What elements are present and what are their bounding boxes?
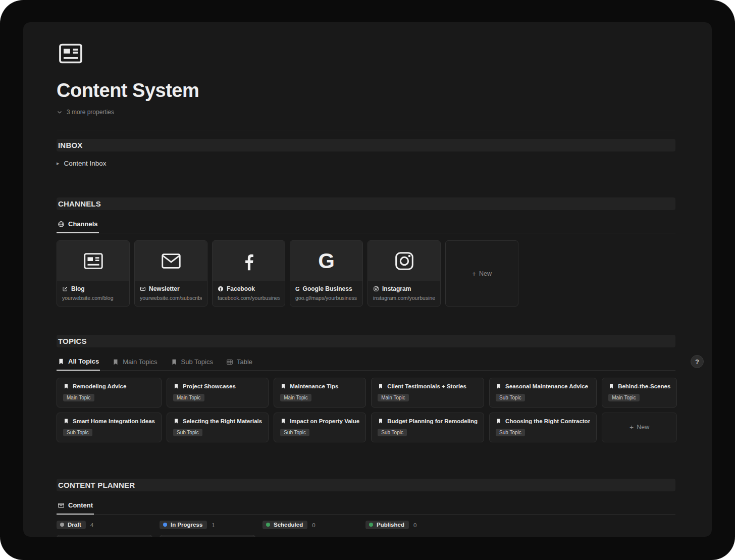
channels-gallery: Blog yourwebsite.com/blog (57, 240, 675, 307)
topic-card[interactable]: Selecting the Right Materials Sub Topic (167, 413, 269, 442)
channel-card-facebook[interactable]: Facebook facebook.com/yourbusiness (212, 240, 285, 307)
status-pill-published[interactable]: Published (365, 521, 409, 529)
topic-card[interactable]: Budget Planning for Remodeling Sub Topic (371, 413, 484, 442)
channels-section-header: CHANNELS (57, 197, 675, 210)
status-pill-scheduled[interactable]: Scheduled (262, 521, 307, 529)
column-count: 0 (312, 522, 315, 528)
page-icon-newspaper[interactable] (57, 39, 85, 68)
channel-url: instagram.com/yourbusiness (373, 295, 435, 301)
topic-card[interactable]: Maintenance Tips Main Topic (274, 378, 366, 408)
channel-name: Newsletter (149, 285, 180, 292)
bookmark-icon (171, 359, 178, 366)
status-pill-draft[interactable]: Draft (57, 521, 86, 529)
board-column-draft: Draft 4 Kitchen Makeover Reveal (57, 521, 152, 537)
planner-section-header: CONTENT PLANNER (57, 479, 675, 491)
instagram-icon (373, 286, 379, 292)
tab-table[interactable]: Table (225, 358, 253, 370)
topic-card[interactable]: Client Testimonials + Stories Main Topic (371, 378, 484, 408)
tab-channels[interactable]: Channels (57, 220, 99, 233)
status-dot (369, 523, 373, 527)
bookmark-icon (496, 418, 502, 424)
content-inbox-toggle[interactable]: ▸ Content Inbox (57, 158, 675, 169)
bookmark-icon (173, 418, 179, 424)
channel-name: Google Business (303, 285, 352, 292)
content-board: Draft 4 Kitchen Makeover Reveal (57, 521, 675, 537)
status-dot (60, 523, 64, 527)
tab-sub-topics[interactable]: Sub Topics (170, 358, 214, 370)
channel-card-blog[interactable]: Blog yourwebsite.com/blog (57, 240, 130, 307)
topic-card[interactable]: Remodeling Advice Main Topic (57, 378, 162, 408)
planner-card[interactable]: Choosing the Right Contractor Blog (160, 535, 255, 537)
channels-new-button[interactable]: + New (445, 240, 518, 307)
channel-card-instagram[interactable]: Instagram instagram.com/yourbusiness (368, 240, 441, 307)
page-content: Content System 3 more properties INBOX ▸… (23, 22, 712, 537)
topics-tab-row: All Topics Main Topics Sub Topics (57, 352, 675, 371)
plus-icon: + (262, 536, 267, 537)
device-frame: Content System 3 more properties INBOX ▸… (0, 0, 735, 560)
facebook-icon (213, 241, 285, 281)
topic-card[interactable]: Behind-the-Scenes Main Topic (602, 378, 677, 408)
tab-content[interactable]: Content (57, 501, 94, 515)
channel-url: goo.gl/maps/yourbusiness (295, 295, 357, 301)
globe-icon (58, 221, 65, 228)
topic-card[interactable]: Smart Home Integration Ideas Sub Topic (57, 413, 162, 442)
channel-url: yourwebsite.com/subscribe (140, 295, 202, 301)
channel-card-google-business[interactable]: G G Google Business goo.gl/maps/yourbusi… (290, 240, 363, 307)
bookmark-icon (608, 383, 614, 389)
bookmark-icon (378, 383, 384, 389)
topic-tag: Main Topic (280, 394, 311, 401)
bookmark-icon (173, 383, 179, 389)
table-icon (226, 359, 233, 366)
content-inbox-label: Content Inbox (64, 160, 107, 167)
board-column-scheduled: Scheduled 0 + New (262, 521, 358, 537)
bookmark-icon (63, 383, 69, 389)
facebook-icon (218, 286, 224, 292)
bookmark-icon (58, 358, 65, 365)
topic-tag: Main Topic (608, 394, 640, 401)
planner-tab-row: Content (57, 496, 675, 515)
topic-tag: Sub Topic (63, 429, 92, 436)
topic-card[interactable]: Choosing the Right Contractor Sub Topic (489, 413, 597, 442)
topic-tag: Main Topic (173, 394, 204, 401)
status-pill-in-progress[interactable]: In Progress (160, 521, 207, 529)
help-button[interactable]: ? (691, 355, 704, 368)
topic-tag: Sub Topic (280, 429, 309, 436)
channel-url: facebook.com/yourbusiness (218, 295, 280, 301)
topic-card[interactable]: Impact on Property Value Sub Topic (274, 413, 366, 442)
mail-icon (140, 286, 146, 292)
google-icon: G (295, 286, 300, 292)
column-count: 0 (413, 522, 416, 528)
topics-section-header: TOPICS (57, 335, 675, 347)
channel-name: Instagram (382, 285, 411, 292)
column-new-button[interactable]: + New (365, 536, 461, 537)
status-dot (266, 523, 270, 527)
column-new-button[interactable]: + New (262, 536, 358, 537)
channel-name: Facebook (227, 285, 255, 292)
bookmark-icon (496, 383, 502, 389)
tab-main-topics[interactable]: Main Topics (111, 358, 158, 370)
topic-card[interactable]: Seasonal Maintenance Advice Sub Topic (489, 378, 597, 408)
topic-card[interactable]: Project Showcases Main Topic (167, 378, 269, 408)
topic-tag: Sub Topic (173, 429, 202, 436)
plus-icon: + (629, 424, 634, 431)
page-title: Content System (57, 80, 675, 101)
more-properties-toggle[interactable]: 3 more properties (57, 109, 675, 116)
planner-card[interactable]: Kitchen Makeover Reveal Instagram (57, 535, 152, 537)
chevron-down-icon (57, 109, 63, 115)
triangle-right-icon: ▸ (57, 160, 60, 167)
topic-tag: Sub Topic (496, 429, 525, 436)
channel-name: Blog (71, 285, 85, 292)
topic-tag: Main Topic (378, 394, 409, 401)
channels-tab-row: Channels (57, 215, 675, 233)
topic-tag: Main Topic (63, 394, 94, 401)
board-icon (58, 502, 65, 509)
bookmark-icon (280, 418, 286, 424)
tab-all-topics[interactable]: All Topics (57, 358, 100, 371)
board-column-published: Published 0 + New (365, 521, 461, 537)
bookmark-icon (63, 418, 69, 424)
edit-icon (62, 286, 68, 292)
mail-icon (135, 241, 207, 281)
channel-card-newsletter[interactable]: Newsletter yourwebsite.com/subscribe (134, 240, 207, 307)
column-count: 1 (212, 522, 215, 528)
topics-new-button[interactable]: + New (602, 413, 677, 442)
